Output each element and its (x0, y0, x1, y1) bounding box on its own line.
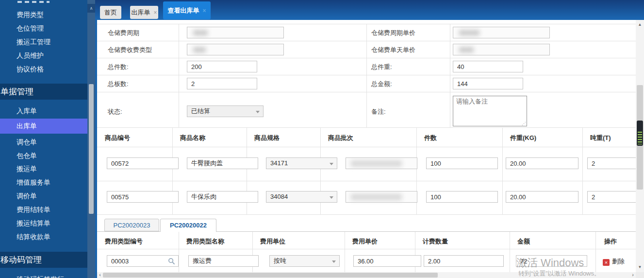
vertical-scrollbar[interactable]: ▲ ▼ (636, 20, 644, 272)
fee-name-input[interactable] (188, 255, 259, 267)
delete-button[interactable]: ×删除 (603, 258, 625, 266)
fee-tab-pc20020022[interactable]: PC20020022 (160, 219, 216, 232)
sidebar-item-bin-management[interactable]: 仓位管理 (0, 21, 87, 35)
product-batch-input[interactable] (346, 157, 417, 169)
product-col-code: 商品编号 (105, 134, 130, 142)
close-icon[interactable]: × (202, 7, 206, 14)
sidebar-item-handling-order[interactable]: 搬运单 (0, 162, 87, 176)
product-weight-input[interactable] (506, 157, 578, 169)
product-name-input[interactable] (187, 191, 258, 203)
product-col-weight: 件重(KG) (510, 134, 536, 142)
fee-qty-input[interactable] (424, 255, 504, 267)
truncated-menu-item[interactable] (17, 1, 50, 3)
scrollbar-corner (636, 272, 644, 278)
product-qty-input[interactable] (426, 191, 498, 203)
fee-col-name: 费用类型名称 (186, 237, 224, 246)
storage-fee-period-label: 仓储费周期 (108, 29, 139, 37)
divider (502, 127, 503, 214)
product-col-batch: 商品批次 (328, 134, 353, 142)
total-pieces-input[interactable] (187, 61, 257, 72)
sidebar-item-whole-warehouse-order[interactable]: 包仓单 (0, 149, 87, 163)
sidebar-item-inbound-order[interactable]: 入库单 (0, 104, 87, 118)
fee-tab-pc20020023[interactable]: PC20020023 (104, 219, 159, 231)
fee-unit-dropdown[interactable]: 按吨 (269, 255, 340, 267)
remark-textarea[interactable] (453, 96, 527, 126)
horizontal-scrollbar[interactable]: ‹ › (97, 272, 636, 278)
tab-view-outbound-order[interactable]: 查看出库单× (163, 1, 211, 19)
fee-amount-input[interactable] (516, 255, 587, 267)
divider (179, 24, 179, 127)
sidebar-item-value-added-service-order[interactable]: 增值服务单 (0, 175, 87, 190)
product-col-qty: 件数 (424, 134, 437, 142)
close-icon[interactable]: × (153, 9, 157, 16)
tab-home-label: 首页 (104, 9, 117, 16)
scroll-left-icon[interactable]: ‹ (97, 272, 103, 278)
fee-col-code: 费用类型编号 (105, 237, 143, 246)
sidebar-section-document-management[interactable]: 单据管理 (0, 84, 95, 100)
tab-outbound-order[interactable]: 出库单× (130, 6, 158, 19)
divider (450, 24, 450, 127)
storage-fee-period-input[interactable] (187, 27, 284, 38)
delete-label: 删除 (612, 258, 625, 265)
product-ton-input[interactable] (587, 157, 636, 169)
divider (179, 232, 179, 272)
storage-fee-period-price-label: 仓储费周期单价 (371, 29, 415, 37)
remark-textarea-wrap: ⋰ (453, 96, 527, 126)
storage-fee-charge-type-input[interactable] (187, 44, 284, 55)
detail-panel: 仓储费周期 仓储费周期单价 仓储费收费类型 仓储费单天单价 总件数: 总件重: … (97, 20, 636, 272)
product-batch-input[interactable] (346, 191, 417, 203)
product-spec-value: 34084 (270, 193, 288, 200)
sidebar-item-fee-type[interactable]: 费用类型 (0, 8, 87, 22)
scroll-up-icon[interactable]: ▲ (636, 21, 644, 29)
sidebar-item-settlement-receipt-order[interactable]: 结算收款单 (0, 230, 87, 244)
fee-unit-value: 按吨 (274, 257, 286, 264)
sidebar-scrollbar-thumb[interactable] (89, 84, 94, 214)
divider (97, 249, 636, 249)
sidebar: 费用类型 仓位管理 搬运工管理 人员维护 协议价格 单据管理 入库单 出库单 调… (0, 0, 95, 278)
sidebar-scrollbar-up-icon[interactable]: ∧ (87, 4, 95, 13)
total-pallets-input[interactable] (187, 78, 257, 89)
total-pieces-label: 总件数: (108, 63, 129, 71)
product-name-input[interactable] (187, 157, 258, 169)
chevron-down-icon (256, 111, 260, 113)
storage-fee-period-price-input[interactable] (453, 27, 550, 38)
product-code-input[interactable] (107, 191, 179, 203)
horizontal-scrollbar-thumb[interactable] (103, 273, 438, 278)
search-icon[interactable] (168, 258, 175, 265)
divider (345, 232, 345, 272)
scroll-right-icon[interactable]: › (630, 272, 636, 278)
divider (97, 127, 636, 128)
total-amount-label: 总金额: (371, 80, 392, 88)
resize-grip-icon[interactable]: ⋰ (522, 122, 526, 126)
sidebar-item-fee-carryover-order[interactable]: 费用结转单 (0, 203, 87, 217)
sidebar-item-handling-settlement-order[interactable]: 搬运结算单 (0, 216, 87, 230)
status-dropdown[interactable]: 已结算 (187, 105, 264, 117)
fee-col-amount: 金额 (517, 237, 530, 246)
fee-unit-price-input[interactable] (353, 255, 421, 267)
chevron-down-icon (330, 163, 333, 165)
sidebar-item-price-adjust-order[interactable]: 调价单 (0, 189, 87, 203)
product-qty-input[interactable] (426, 157, 498, 169)
tab-view-outbound-label: 查看出库单 (167, 7, 199, 14)
sidebar-item-transfer-order[interactable]: 调仓单 (0, 135, 87, 149)
total-amount-input[interactable] (453, 78, 523, 89)
storage-fee-day-price-input[interactable] (453, 44, 550, 55)
scroll-down-icon[interactable]: ▼ (636, 263, 644, 271)
chevron-down-icon (330, 196, 333, 199)
fee-col-action: 操作 (604, 237, 617, 246)
total-pallets-label: 总板数: (108, 80, 129, 88)
product-ton-input[interactable] (587, 191, 636, 203)
sidebar-item-outbound-order[interactable]: 出库单 (0, 119, 87, 134)
sidebar-section-mobile-code-management[interactable]: 移动码管理 (0, 252, 95, 268)
sidebar-item-porter-management[interactable]: 搬运工管理 (0, 35, 87, 49)
divider (97, 147, 636, 147)
sidebar-item-mobile-code-label-issue[interactable]: 移动码标签发行 (0, 272, 87, 278)
total-piece-weight-input[interactable] (453, 61, 523, 72)
sidebar-item-agreement-price[interactable]: 协议价格 (0, 62, 87, 76)
product-spec-dropdown[interactable]: 34171 (266, 157, 337, 169)
product-code-input[interactable] (107, 157, 179, 169)
product-spec-dropdown[interactable]: 34084 (266, 191, 337, 203)
tab-home[interactable]: 首页 (100, 6, 121, 19)
sidebar-item-personnel[interactable]: 人员维护 (0, 49, 87, 63)
product-weight-input[interactable] (506, 191, 578, 203)
